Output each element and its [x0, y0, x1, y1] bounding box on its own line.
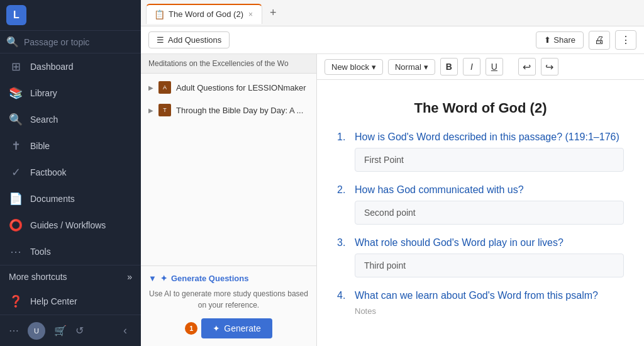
avatar[interactable]: U	[28, 322, 45, 340]
refresh-icon[interactable]: ↺	[75, 325, 84, 337]
sidebar-bottom-bar: ⋯ U 🛒 ↺ ‹	[0, 315, 141, 346]
sidebar-item-tools[interactable]: ⋯ Tools	[0, 238, 141, 265]
notes-label: Notes	[355, 306, 624, 316]
sidebar-item-search[interactable]: 🔍 Search	[0, 106, 141, 133]
tab-word-of-god[interactable]: 📋 The Word of God (2) ×	[146, 4, 262, 24]
sidebar-search-bar[interactable]: 🔍	[0, 31, 141, 53]
left-panel-header: Meditations on the Excellencies of the W…	[141, 54, 316, 74]
more-shortcuts-button[interactable]: More shortcuts »	[0, 265, 141, 288]
tab-close-button[interactable]: ×	[247, 9, 254, 20]
tab-title: The Word of God (2)	[169, 9, 243, 19]
search-nav-icon: 🔍	[9, 113, 23, 126]
chevron-down-icon: ▾	[372, 62, 376, 72]
sidebar-nav: ⊞ Dashboard 📚 Library 🔍 Search ✝ Bible ✓…	[0, 53, 141, 265]
sidebar-item-guides[interactable]: ⭕ Guides / Workflows	[0, 212, 141, 238]
main-content: 📋 The Word of God (2) × + ☰ Add Question…	[141, 0, 644, 346]
sparkle-icon: ✦	[213, 323, 220, 333]
list-icon: ☰	[157, 35, 164, 45]
sidebar-item-label: Documents	[30, 194, 75, 204]
question-content: What role should God's Word play in our …	[355, 237, 564, 248]
question-number: 2.	[337, 184, 350, 196]
tab-icon: 📋	[154, 9, 165, 20]
answer-box[interactable]: Second point	[355, 201, 624, 225]
question-text: 1. How is God's Word described in this p…	[337, 131, 624, 143]
answer-box[interactable]: Third point	[355, 254, 624, 277]
help-center-label: Help Center	[30, 296, 77, 306]
question-block: 4. What can we learn about God's Word fr…	[337, 290, 624, 316]
sidebar: L 🔍 ⊞ Dashboard 📚 Library 🔍 Search ✝ Bib…	[0, 0, 141, 346]
more-shortcuts-label: More shortcuts	[9, 272, 67, 282]
sidebar-item-label: Library	[30, 88, 57, 98]
item-icon: A	[158, 81, 171, 94]
share-button[interactable]: ⬆ Share	[536, 31, 584, 48]
tools-icon: ⋯	[9, 245, 23, 259]
help-icon: ❓	[9, 294, 23, 308]
add-questions-label: Add Questions	[168, 35, 221, 45]
question-block: 1. How is God's Word described in this p…	[337, 131, 624, 172]
left-panel-items: ▶ A Adult Questions for LESSIONmaker ▶ T…	[141, 74, 316, 265]
generate-btn-wrapper: 1 ✦ Generate	[148, 318, 309, 338]
sidebar-item-label: Dashboard	[30, 62, 74, 72]
collapse-sidebar-button[interactable]: ‹	[118, 321, 132, 340]
document-title: The Word of God (2)	[337, 100, 624, 116]
item-label: Adult Questions for LESSIONmaker	[176, 83, 306, 92]
item-icon: T	[158, 104, 171, 116]
undo-button[interactable]: ↩	[518, 58, 536, 75]
generate-description: Use AI to generate more study questions …	[148, 288, 309, 311]
add-questions-button[interactable]: ☰ Add Questions	[148, 31, 230, 48]
main-toolbar: ☰ Add Questions ⬆ Share 🖨 ⋮	[141, 26, 644, 54]
new-block-button[interactable]: New block ▾	[325, 59, 383, 75]
search-icon: 🔍	[6, 36, 19, 48]
cart-icon[interactable]: 🛒	[54, 325, 67, 337]
bold-button[interactable]: B	[440, 58, 458, 75]
sparkle-icon: ✦	[160, 274, 167, 283]
question-content: What can we learn about God's Word from …	[355, 290, 598, 301]
sidebar-logo: L	[0, 0, 141, 31]
question-text: 2. How has God communicated with us?	[337, 184, 624, 196]
settings-icon[interactable]: ⋯	[9, 325, 19, 337]
normal-style-select[interactable]: Normal ▾	[388, 59, 435, 75]
generate-section: ▼ ✦ Generate Questions Use AI to generat…	[141, 265, 316, 346]
editor-toolbar: New block ▾ Normal ▾ B I U ↩ ↪	[317, 54, 644, 80]
sidebar-item-label: Search	[30, 114, 58, 125]
sidebar-item-bible[interactable]: ✝ Bible	[0, 133, 141, 159]
list-item[interactable]: ▶ A Adult Questions for LESSIONmaker	[141, 76, 316, 99]
redo-button[interactable]: ↪	[541, 58, 558, 75]
search-input[interactable]	[24, 37, 135, 47]
sidebar-bottom-icons: ⋯ U 🛒 ↺	[9, 322, 84, 340]
documents-icon: 📄	[9, 192, 23, 206]
help-center-item[interactable]: ❓ Help Center	[0, 288, 141, 315]
question-number: 3.	[337, 237, 350, 248]
question-block: 3. What role should God's Word play in o…	[337, 237, 624, 277]
item-label: Through the Bible Day by Day: A ...	[176, 106, 303, 115]
generate-section-label: Generate Questions	[171, 274, 249, 283]
underline-button[interactable]: U	[486, 58, 503, 75]
sidebar-item-factbook[interactable]: ✓ Factbook	[0, 159, 141, 186]
share-label: Share	[553, 35, 575, 45]
italic-button[interactable]: I	[463, 58, 480, 75]
more-options-button[interactable]: ⋮	[615, 30, 636, 50]
expand-arrow-down: ▼	[148, 274, 157, 283]
left-panel: Meditations on the Excellencies of the W…	[141, 54, 317, 346]
sidebar-item-label: Tools	[30, 247, 51, 257]
generate-button[interactable]: ✦ Generate	[201, 318, 272, 338]
new-block-label: New block	[331, 62, 369, 72]
notification-badge: 1	[185, 322, 197, 335]
sidebar-item-library[interactable]: 📚 Library	[0, 80, 141, 106]
guides-icon: ⭕	[9, 218, 23, 232]
question-content: How has God communicated with us?	[355, 184, 524, 196]
question-number: 1.	[337, 131, 350, 143]
sidebar-item-documents[interactable]: 📄 Documents	[0, 186, 141, 212]
print-button[interactable]: 🖨	[589, 31, 610, 50]
question-text: 4. What can we learn about God's Word fr…	[337, 290, 624, 301]
share-icon: ⬆	[544, 35, 551, 45]
tab-add-button[interactable]: +	[265, 4, 282, 22]
chevron-down-icon: ▾	[424, 62, 428, 72]
generate-expand-toggle[interactable]: ▼ ✦ Generate Questions	[148, 274, 309, 283]
list-item[interactable]: ▶ T Through the Bible Day by Day: A ...	[141, 99, 316, 121]
answer-box[interactable]: First Point	[355, 148, 624, 172]
question-content: How is God's Word described in this pass…	[355, 131, 619, 143]
app-logo-icon: L	[6, 5, 26, 25]
question-number: 4.	[337, 290, 350, 301]
sidebar-item-dashboard[interactable]: ⊞ Dashboard	[0, 53, 141, 80]
